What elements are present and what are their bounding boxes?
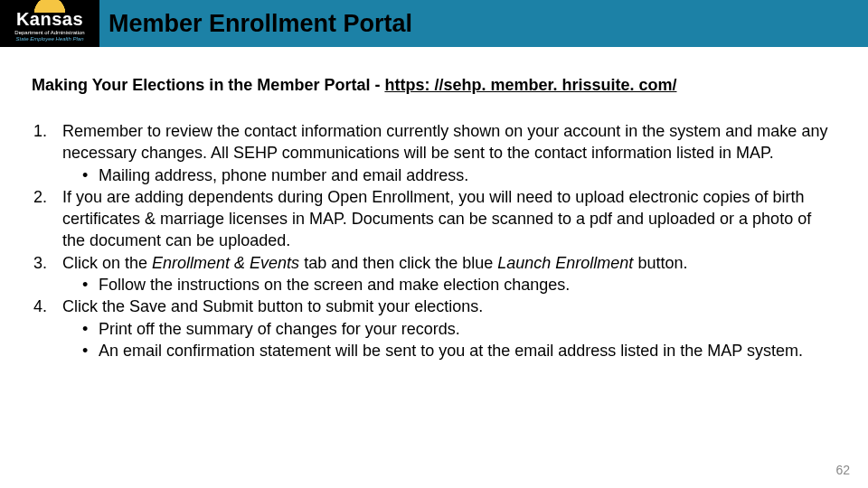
page-title: Member Enrollment Portal [108,10,412,38]
step-4-bullets: Print off the summary of changes for you… [62,318,836,362]
list-item: Mailing address, phone number and email … [84,164,836,186]
page-number: 62 [835,463,850,477]
portal-link[interactable]: https: //sehp. member. hrissuite. com/ [384,76,676,94]
list-item: An email confirmation statement will be … [84,340,836,361]
kansas-logo: Kansas Department of Administration Stat… [0,0,99,47]
launch-enrollment-label: Launch Enrollment [497,254,633,272]
list-item: Follow the instructions on the screen an… [84,274,836,296]
step-1: 1. Remember to review the contact inform… [32,120,836,186]
step-number: 4. [32,296,57,361]
subheading-prefix: Making Your Elections in the Member Port… [32,76,384,94]
enrollment-events-label: Enrollment & Events [152,254,299,272]
logo-text-dept: Department of Administration [14,30,84,36]
step-number: 2. [32,186,57,252]
step-text: Click the Save and Submit button to subm… [62,297,483,315]
step-number: 1. [32,120,57,186]
step-4: 4. Click the Save and Submit button to s… [32,296,836,361]
sunflower-icon [32,0,68,13]
slide-header: Kansas Department of Administration Stat… [0,0,868,47]
instruction-list: 1. Remember to review the contact inform… [32,120,836,361]
step-text: If you are adding dependents during Open… [62,188,811,250]
step-text: Click on the Enrollment & Events tab and… [62,254,687,272]
step-number: 3. [32,252,57,296]
step-1-bullets: Mailing address, phone number and email … [62,164,836,186]
list-item: Print off the summary of changes for you… [84,318,836,340]
step-3: 3. Click on the Enrollment & Events tab … [32,252,836,296]
logo-text-plan: State Employee Health Plan [15,36,83,42]
slide-body: Making Your Elections in the Member Port… [0,47,868,361]
subheading: Making Your Elections in the Member Port… [32,76,836,95]
step-text: Remember to review the contact informati… [62,122,827,162]
step-2: 2. If you are adding dependents during O… [32,186,836,252]
step-3-bullets: Follow the instructions on the screen an… [62,274,836,296]
